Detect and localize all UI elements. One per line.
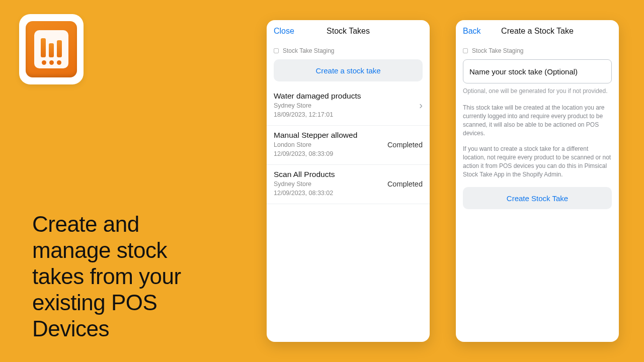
- location-subheader: Stock Take Staging: [267, 42, 430, 57]
- name-hint: Optional, one will be generated for you …: [456, 87, 619, 102]
- row-status: Completed: [387, 180, 423, 188]
- stock-take-name-input[interactable]: Name your stock take (Optional): [463, 59, 612, 83]
- row-store: Sydney Store: [274, 180, 383, 189]
- row-title: Scan All Products: [274, 170, 383, 179]
- marketing-headline: Create and manage stock takes from your …: [32, 211, 203, 342]
- row-timestamp: 12/09/2023, 08:33:02: [274, 189, 383, 198]
- location-icon: [274, 48, 279, 53]
- create-stock-take-screen: Back Create a Stock Take Stock Take Stag…: [456, 20, 619, 342]
- row-title: Manual Stepper allowed: [274, 131, 383, 140]
- nav-title: Create a Stock Take: [463, 27, 612, 36]
- name-input-placeholder: Name your stock take (Optional): [469, 67, 578, 76]
- chevron-right-icon: ›: [419, 100, 423, 111]
- location-label: Stock Take Staging: [472, 47, 524, 54]
- info-paragraph-1: This stock take will be created at the l…: [456, 102, 619, 143]
- app-logo: [19, 14, 84, 84]
- row-timestamp: 12/09/2023, 08:33:09: [274, 150, 383, 159]
- create-stock-take-submit-button[interactable]: Create Stock Take: [463, 187, 612, 209]
- stock-take-row[interactable]: Water damaged products Sydney Store 18/0…: [267, 86, 430, 126]
- info-paragraph-2: If you want to create a stock take for a…: [456, 143, 619, 184]
- stock-take-row[interactable]: Scan All Products Sydney Store 12/09/202…: [267, 165, 430, 204]
- stock-take-row[interactable]: Manual Stepper allowed London Store 12/0…: [267, 126, 430, 165]
- row-title: Water damaged products: [274, 92, 416, 101]
- row-store: Sydney Store: [274, 102, 416, 111]
- create-stock-take-button[interactable]: Create a stock take: [274, 59, 423, 81]
- nav-bar: Close Stock Takes: [267, 20, 430, 42]
- location-subheader: Stock Take Staging: [456, 42, 619, 57]
- location-label: Stock Take Staging: [283, 47, 335, 54]
- nav-bar: Back Create a Stock Take: [456, 20, 619, 42]
- stock-takes-screen: Close Stock Takes Stock Take Staging Cre…: [267, 20, 430, 342]
- location-icon: [463, 48, 468, 53]
- nav-title: Stock Takes: [274, 27, 423, 36]
- back-button[interactable]: Back: [463, 27, 481, 36]
- close-button[interactable]: Close: [274, 27, 294, 36]
- row-status: Completed: [387, 141, 423, 149]
- row-timestamp: 18/09/2023, 12:17:01: [274, 111, 416, 120]
- row-store: London Store: [274, 141, 383, 150]
